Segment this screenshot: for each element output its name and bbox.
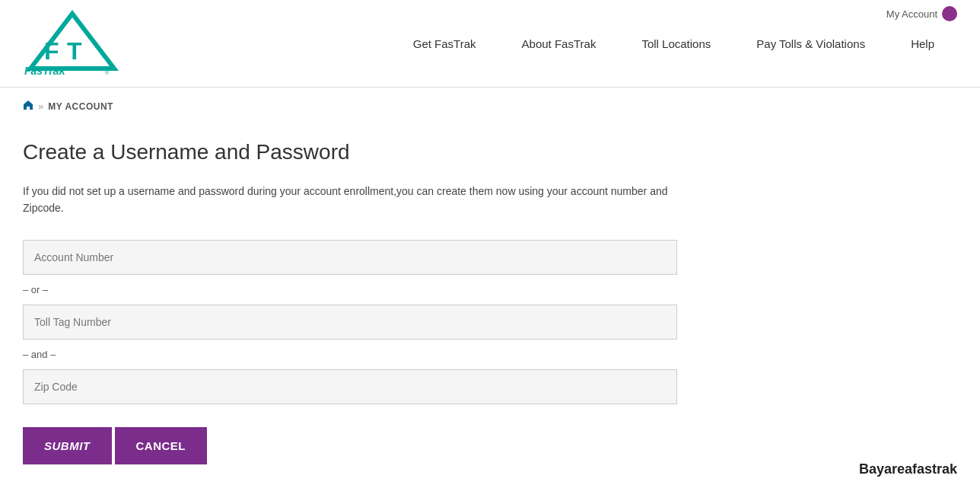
breadcrumb-home[interactable] (23, 100, 33, 113)
my-account-area[interactable]: My Account (886, 6, 957, 21)
main-content: Create a Username and Password If you di… (0, 125, 730, 485)
or-separator: – or – (23, 284, 677, 295)
breadcrumb-current: MY ACCOUNT (48, 101, 113, 112)
my-account-label: My Account (886, 8, 937, 20)
nav-get-fastrak[interactable]: Get FasTrak (390, 7, 499, 81)
nav-pay-tolls[interactable]: Pay Tolls & Violations (733, 7, 888, 81)
svg-text:FasTrak: FasTrak (24, 65, 66, 76)
my-account-icon (942, 6, 957, 21)
cancel-button[interactable]: CANCEL (115, 427, 208, 464)
nav-toll-locations[interactable]: Toll Locations (619, 7, 733, 81)
and-separator: – and – (23, 349, 677, 360)
nav-about-fastrak[interactable]: About FasTrak (499, 7, 619, 81)
svg-text:F: F (44, 37, 59, 65)
svg-text:®: ® (105, 70, 110, 75)
toll-tag-input[interactable] (23, 305, 677, 340)
account-number-input[interactable] (23, 240, 677, 275)
breadcrumb-separator: » (38, 101, 43, 112)
logo[interactable]: F T FasTrak ® (23, 0, 122, 87)
svg-text:T: T (67, 37, 82, 65)
page-description: If you did not set up a username and pas… (23, 183, 677, 217)
main-nav: Get FasTrak About FasTrak Toll Locations… (390, 7, 957, 81)
breadcrumb: » MY ACCOUNT (0, 88, 980, 125)
zip-code-input[interactable] (23, 369, 677, 404)
footer-brand: Bayareafastrak (859, 461, 957, 477)
submit-button[interactable]: SUBMIT (23, 427, 112, 464)
header: My Account F T FasTrak ® Get FasTrak Abo… (0, 0, 980, 88)
form-buttons: SUBMIT CANCEL (23, 427, 677, 464)
page-title: Create a Username and Password (23, 140, 708, 164)
create-credentials-form: – or – – and – SUBMIT CANCEL (23, 240, 677, 464)
